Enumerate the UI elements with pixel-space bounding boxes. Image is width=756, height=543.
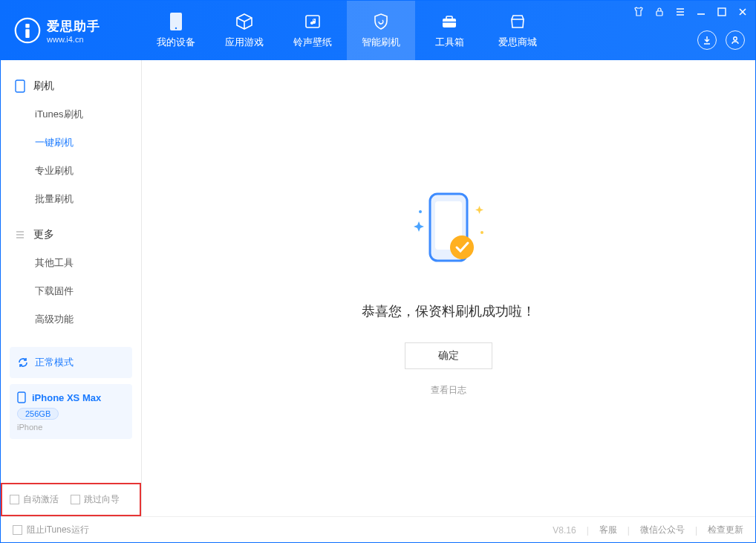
tab-ringtones-wallpapers[interactable]: 铃声壁纸 — [278, 1, 347, 60]
tab-my-device[interactable]: 我的设备 — [142, 1, 210, 60]
logo-area: 爱思助手 www.i4.cn — [1, 17, 142, 44]
tab-store[interactable]: 爱思商城 — [483, 1, 552, 60]
cube-icon — [235, 12, 254, 31]
tab-toolbox[interactable]: 工具箱 — [415, 1, 483, 60]
separator: | — [628, 525, 630, 536]
status-bar: 阻止iTunes运行 V8.16 | 客服 | 微信公众号 | 检查更新 — [1, 516, 755, 543]
device-name-label: iPhone XS Max — [32, 392, 101, 403]
checkbox-label: 跳过向导 — [84, 493, 120, 506]
device-card[interactable]: iPhone XS Max 256GB iPhone — [10, 384, 132, 439]
section-flash: 刷机 — [1, 72, 141, 100]
link-wechat[interactable]: 微信公众号 — [640, 524, 685, 536]
app-url: www.i4.cn — [47, 35, 100, 44]
sidebar-item-oneclick-flash[interactable]: 一键刷机 — [1, 129, 141, 157]
highlighted-options: 自动激活 跳过向导 — [1, 483, 141, 516]
storage-badge: 256GB — [17, 408, 59, 420]
checkbox-label: 自动激活 — [23, 493, 59, 506]
view-log-link[interactable]: 查看日志 — [431, 384, 466, 397]
svg-rect-13 — [18, 392, 25, 403]
device-block: 正常模式 iPhone XS Max 256GB iPhone — [10, 347, 132, 439]
section-title-label: 刷机 — [33, 79, 54, 93]
close-icon[interactable] — [736, 5, 749, 19]
ok-button[interactable]: 确定 — [405, 342, 492, 369]
svg-point-4 — [175, 27, 177, 29]
app-name: 爱思助手 — [47, 18, 100, 35]
checkbox-icon — [71, 495, 80, 504]
svg-rect-8 — [443, 22, 456, 23]
window-controls — [632, 5, 749, 19]
tab-label: 智能刷机 — [362, 36, 400, 49]
refresh-icon — [17, 357, 29, 368]
sidebar-item-download-firmware[interactable]: 下载固件 — [1, 277, 141, 305]
lock-icon[interactable] — [653, 5, 666, 19]
sidebar-item-batch-flash[interactable]: 批量刷机 — [1, 185, 141, 213]
svg-point-11 — [734, 37, 737, 40]
checkbox-icon — [13, 525, 22, 535]
download-icon[interactable] — [697, 30, 717, 50]
shield-refresh-icon — [371, 12, 391, 31]
app-logo-icon — [14, 17, 41, 44]
music-folder-icon — [303, 12, 322, 31]
sidebar-item-other-tools[interactable]: 其他工具 — [1, 249, 141, 277]
link-check-update[interactable]: 检查更新 — [708, 524, 743, 536]
svg-point-17 — [419, 210, 422, 213]
sidebar-item-pro-flash[interactable]: 专业刷机 — [1, 157, 141, 185]
checkbox-block-itunes[interactable]: 阻止iTunes运行 — [13, 524, 89, 536]
tab-label: 我的设备 — [157, 36, 195, 49]
mode-card[interactable]: 正常模式 — [10, 347, 132, 378]
link-support[interactable]: 客服 — [599, 524, 617, 536]
version-label: V8.16 — [553, 525, 576, 536]
svg-point-16 — [450, 235, 474, 259]
svg-rect-7 — [446, 16, 452, 19]
mode-label: 正常模式 — [35, 356, 74, 369]
svg-rect-2 — [25, 29, 29, 38]
maximize-icon[interactable] — [715, 5, 729, 19]
section-more: 更多 — [1, 221, 141, 249]
svg-rect-1 — [25, 24, 29, 27]
main-tabs: 我的设备 应用游戏 铃声壁纸 智能刷机 工具箱 爱思商城 — [142, 1, 552, 60]
success-message: 恭喜您，保资料刷机成功啦！ — [362, 302, 535, 320]
tab-label: 工具箱 — [435, 36, 464, 49]
checkbox-label: 阻止iTunes运行 — [27, 524, 89, 536]
list-icon — [14, 229, 26, 241]
checkbox-icon — [10, 495, 19, 504]
svg-rect-10 — [718, 8, 726, 16]
user-controls — [697, 30, 745, 50]
section-title-label: 更多 — [33, 228, 54, 241]
app-body: 刷机 iTunes刷机 一键刷机 专业刷机 批量刷机 更多 其他工具 下载固件 … — [1, 60, 755, 516]
phone-outline-icon — [14, 80, 26, 92]
tab-label: 铃声壁纸 — [293, 36, 332, 49]
menu-icon[interactable] — [674, 5, 687, 19]
device-phone-icon — [17, 391, 26, 403]
checkbox-skip-guide[interactable]: 跳过向导 — [71, 493, 120, 506]
tab-smart-flash[interactable]: 智能刷机 — [347, 1, 415, 60]
success-illustration — [397, 181, 501, 284]
user-icon[interactable] — [726, 30, 745, 50]
sidebar-item-itunes-flash[interactable]: iTunes刷机 — [1, 100, 141, 129]
separator: | — [695, 525, 697, 536]
main-content: 恭喜您，保资料刷机成功啦！ 确定 查看日志 — [142, 60, 755, 516]
separator: | — [587, 525, 589, 536]
tab-label: 爱思商城 — [498, 36, 537, 49]
shop-icon — [508, 12, 527, 31]
phone-icon — [166, 12, 186, 31]
minimize-icon[interactable] — [694, 5, 708, 19]
svg-rect-12 — [16, 80, 25, 92]
toolbox-icon — [440, 12, 459, 31]
checkbox-auto-activate[interactable]: 自动激活 — [10, 493, 59, 506]
svg-point-18 — [480, 231, 483, 234]
tab-label: 应用游戏 — [225, 36, 264, 49]
tab-apps-games[interactable]: 应用游戏 — [210, 1, 278, 60]
tshirt-icon[interactable] — [632, 5, 645, 19]
sidebar-item-advanced[interactable]: 高级功能 — [1, 305, 141, 334]
sidebar: 刷机 iTunes刷机 一键刷机 专业刷机 批量刷机 更多 其他工具 下载固件 … — [1, 60, 142, 516]
svg-rect-9 — [656, 11, 662, 16]
titlebar: 爱思助手 www.i4.cn 我的设备 应用游戏 铃声壁纸 智能刷机 工具箱 爱… — [1, 1, 755, 60]
device-type-label: iPhone — [17, 423, 125, 432]
